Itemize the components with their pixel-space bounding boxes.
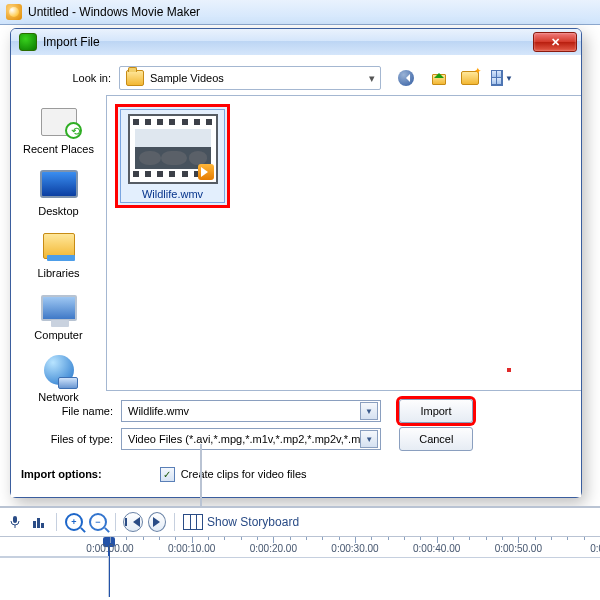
import-button-label: Import	[420, 405, 451, 417]
separator	[56, 513, 57, 531]
import-file-dialog: Import File ✕ Look in: Sample Videos ▾ ▼	[10, 28, 582, 498]
up-icon	[431, 71, 445, 85]
up-one-level-button[interactable]	[427, 68, 449, 88]
svg-rect-3	[37, 518, 40, 528]
microphone-icon	[8, 515, 22, 529]
narrate-timeline-button[interactable]	[6, 513, 24, 531]
import-button[interactable]: Import	[399, 399, 473, 423]
rewind-button[interactable]	[124, 513, 142, 531]
places-label: Libraries	[37, 267, 79, 279]
places-label: Recent Places	[23, 143, 94, 155]
ruler-tick-label: 0:00:30.00	[331, 543, 378, 554]
lookin-combobox[interactable]: Sample Videos ▾	[119, 66, 381, 90]
back-icon	[398, 70, 414, 86]
highlight-annotation: Wildlife.wmv	[115, 104, 230, 208]
timeline-ruler[interactable]: 0:00:00.000:00:10.000:00:20.000:00:30.00…	[0, 537, 600, 558]
show-storyboard-label: Show Storyboard	[207, 515, 299, 529]
dialog-title-text: Import File	[43, 35, 533, 49]
lookin-label: Look in:	[19, 72, 119, 84]
audio-levels-button[interactable]	[30, 513, 48, 531]
audio-levels-icon	[32, 515, 46, 529]
filetype-combobox[interactable]: Video Files (*.avi,*.mpg,*.m1v,*.mp2,*.m…	[121, 428, 381, 450]
app-titlebar: Untitled - Windows Movie Maker	[0, 0, 600, 25]
cancel-button[interactable]: Cancel	[399, 427, 473, 451]
timeline-toolbar: + − Show Storyboard	[0, 508, 600, 537]
libraries-icon	[43, 233, 75, 259]
file-list-pane[interactable]: Wildlife.wmv	[106, 95, 581, 391]
annotation-dot	[507, 368, 511, 372]
timeline-panel: + − Show Storyboard 0:00:00.000:00:10.00…	[0, 506, 600, 600]
track-header-area	[0, 556, 109, 597]
places-recent[interactable]: Recent Places	[17, 105, 101, 155]
back-button[interactable]	[395, 68, 417, 88]
play-overlay-icon	[198, 164, 214, 180]
svg-rect-0	[13, 516, 17, 523]
views-icon	[491, 70, 503, 86]
video-thumbnail	[128, 114, 218, 184]
ruler-tick-label: 0:01	[590, 543, 600, 554]
import-options-label: Import options:	[21, 468, 102, 480]
places-label: Desktop	[38, 205, 78, 217]
filetype-value: Video Files (*.avi,*.mpg,*.m1v,*.mp2,*.m…	[128, 433, 360, 445]
zoom-in-icon: +	[65, 513, 83, 531]
app-icon	[6, 4, 22, 20]
show-storyboard-button[interactable]: Show Storyboard	[183, 513, 299, 531]
panel-divider	[200, 444, 202, 508]
storyboard-icon	[183, 514, 203, 530]
play-button[interactable]	[148, 513, 166, 531]
zoom-in-button[interactable]: +	[65, 513, 83, 531]
ruler-tick-label: 0:00:20.00	[250, 543, 297, 554]
computer-icon	[41, 295, 77, 321]
new-folder-button[interactable]	[459, 68, 481, 88]
play-icon	[148, 512, 166, 532]
app-title-text: Untitled - Windows Movie Maker	[28, 5, 200, 19]
views-button[interactable]: ▼	[491, 68, 513, 88]
places-label: Network	[38, 391, 78, 403]
recent-places-icon	[41, 108, 77, 136]
file-item-selected[interactable]: Wildlife.wmv	[120, 109, 225, 203]
lookin-value: Sample Videos	[150, 72, 364, 84]
filetype-label: Files of type:	[21, 433, 121, 445]
new-folder-icon	[461, 71, 479, 85]
filename-combobox[interactable]: Wildlife.wmv ▼	[121, 400, 381, 422]
chevron-down-icon[interactable]: ▼	[360, 402, 378, 420]
chevron-down-icon[interactable]: ▾	[364, 72, 380, 85]
chevron-down-icon[interactable]: ▼	[505, 74, 513, 83]
svg-rect-2	[33, 521, 36, 528]
places-bar: Recent Places Desktop Libraries Computer	[11, 95, 106, 391]
zoom-out-button[interactable]: −	[89, 513, 107, 531]
ruler-tick-label: 0:00:10.00	[168, 543, 215, 554]
cancel-button-label: Cancel	[419, 433, 453, 445]
rewind-icon	[123, 512, 143, 532]
filename-label: File name:	[21, 405, 121, 417]
file-item-label: Wildlife.wmv	[125, 188, 220, 200]
ruler-tick-label: 0:00:50.00	[495, 543, 542, 554]
places-label: Computer	[34, 329, 82, 341]
dialog-titlebar[interactable]: Import File ✕	[11, 29, 581, 55]
close-button[interactable]: ✕	[533, 32, 577, 52]
network-icon	[44, 355, 74, 385]
ruler-tick-label: 0:00:40.00	[413, 543, 460, 554]
folder-icon	[126, 70, 144, 86]
desktop-icon	[40, 170, 78, 198]
svg-rect-4	[41, 523, 44, 528]
places-libraries[interactable]: Libraries	[17, 229, 101, 279]
ruler-tick-label: 0:00:00.00	[86, 543, 133, 554]
places-computer[interactable]: Computer	[17, 291, 101, 341]
separator	[115, 513, 116, 531]
zoom-out-icon: −	[89, 513, 107, 531]
filename-value: Wildlife.wmv	[128, 405, 360, 417]
import-icon	[19, 33, 37, 51]
separator	[174, 513, 175, 531]
chevron-down-icon[interactable]: ▼	[360, 430, 378, 448]
create-clips-checkbox[interactable]: ✓	[160, 467, 175, 482]
places-desktop[interactable]: Desktop	[17, 167, 101, 217]
places-network[interactable]: Network	[17, 353, 101, 403]
